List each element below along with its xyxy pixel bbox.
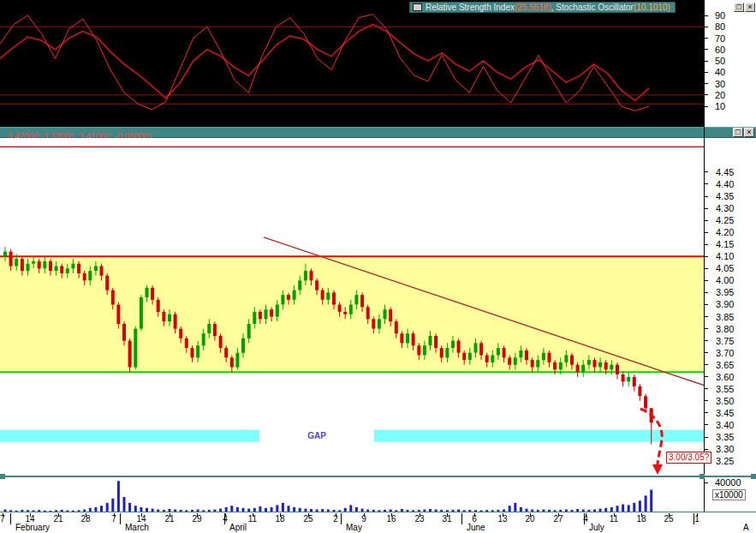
volume-y-axis[interactable]: 40000 x10000 — [704, 477, 756, 512]
x-axis-week-label: 25 — [303, 515, 313, 524]
y-axis-label: 3.85 — [716, 312, 734, 322]
price-title-bar[interactable]: , 3.47000, 3.32000, 3.41000, -0.08000) — [0, 127, 756, 138]
month-tick — [224, 513, 225, 524]
y-axis-label: 4.35 — [716, 191, 734, 201]
y-axis-label: 70 — [715, 33, 725, 44]
y-axis-label: 3.75 — [716, 336, 734, 346]
indicator-title-bar[interactable]: Relative Strength Index (25.5518) , Stoc… — [409, 2, 676, 13]
month-tick — [461, 513, 462, 524]
y-axis-label: 3.90 — [716, 299, 734, 309]
price-y-axis[interactable]: 4.454.404.354.304.254.204.154.104.054.00… — [704, 138, 756, 476]
y-axis-label: 50 — [715, 56, 725, 66]
month-tick — [10, 513, 11, 524]
month-tick — [341, 513, 342, 524]
volume-chart-plot[interactable] — [0, 477, 704, 512]
indicator-window-icon — [413, 3, 422, 11]
indicator-y-axis[interactable]: 908070605040302010 — [704, 0, 756, 127]
y-axis-label: 3.30 — [716, 444, 734, 454]
x-axis-week-label: 21 — [53, 515, 63, 524]
indicator-chart-plot[interactable] — [0, 0, 704, 127]
y-axis-label: 20 — [715, 90, 725, 100]
y-axis-label: 4.05 — [716, 263, 734, 273]
x-axis-month-label: A — [743, 524, 749, 532]
price-target-annotation[interactable]: 3.00/3.05? — [666, 452, 711, 464]
axis-separator — [704, 0, 705, 512]
indicator-name-stochastic: , Stochastic Oscillator — [551, 3, 634, 12]
indicator-value-rsi: (25.5518) — [515, 3, 551, 12]
month-tick — [693, 513, 694, 524]
x-axis-week-label: 20 — [525, 515, 534, 524]
x-axis-week-label: 7 — [111, 515, 116, 524]
chart-application-window: 908070605040302010 Relative Strength Ind… — [0, 0, 756, 533]
y-axis-label: 40 — [715, 67, 725, 77]
price-close-icon[interactable]: × — [744, 128, 754, 137]
x-axis-week-label: 27 — [553, 515, 563, 524]
y-axis-label: 3.65 — [716, 360, 734, 370]
divider-handle[interactable] — [0, 474, 5, 479]
y-axis-label: 4.30 — [716, 203, 734, 213]
volume-axis-label: 40000 — [715, 477, 741, 488]
panel-border — [0, 512, 756, 512]
x-axis-week-label: 13 — [497, 515, 507, 524]
y-axis-label: 3.55 — [716, 384, 734, 394]
y-axis-label: 3.80 — [716, 324, 734, 334]
x-axis-week-label: 23 — [414, 515, 424, 524]
maximize-button[interactable]: □ — [734, 3, 744, 12]
x-axis-month-label: February — [15, 524, 50, 532]
y-axis-label: 3.45 — [716, 408, 734, 418]
x-axis-month-label: April — [229, 524, 247, 532]
gap-annotation[interactable]: GAP — [259, 429, 374, 443]
price-chart-panel: 4.454.404.354.304.254.204.154.104.054.00… — [0, 138, 756, 476]
y-axis-label: 3.95 — [716, 287, 734, 297]
price-chart-plot[interactable] — [0, 138, 704, 476]
y-axis-label: 80 — [715, 21, 725, 32]
y-axis-label: 4.00 — [716, 275, 734, 285]
y-axis-label: 30 — [715, 79, 725, 89]
y-axis-label: 3.60 — [716, 372, 734, 382]
y-axis-label: 4.15 — [716, 239, 734, 249]
y-axis-label: 4.45 — [716, 167, 734, 177]
x-axis-week-label: 9 — [361, 515, 366, 524]
y-axis-label: 3.25 — [716, 456, 734, 466]
indicator-value-stochastic: (10.1010) — [634, 3, 670, 12]
y-axis-label: 10 — [715, 101, 725, 111]
x-axis-month-label: June — [467, 524, 485, 532]
x-axis-week-label: 1 — [694, 515, 699, 524]
y-axis-label: 60 — [715, 45, 725, 55]
x-axis-week-label: 7 — [0, 515, 5, 524]
y-axis-label: 4.20 — [716, 227, 734, 237]
x-axis-week-label: 28 — [80, 515, 90, 524]
close-icon[interactable]: × — [745, 3, 755, 12]
y-axis-label: 3.70 — [716, 348, 734, 358]
date-x-axis[interactable]: 7142128714212941118252916233161320274111… — [0, 513, 756, 533]
x-axis-week-label: 18 — [636, 515, 646, 524]
divider-handle[interactable] — [699, 474, 705, 479]
x-axis-week-label: 11 — [248, 515, 257, 524]
x-axis-week-label: 18 — [275, 515, 284, 524]
x-axis-week-label: 21 — [164, 515, 174, 524]
x-axis-month-label: July — [589, 524, 604, 532]
x-axis-month-label: March — [125, 524, 149, 532]
y-axis-label: 3.50 — [716, 396, 734, 406]
volume-multiplier-label: x10000 — [712, 489, 746, 500]
month-tick — [120, 513, 121, 524]
x-axis-week-label: 31 — [442, 515, 451, 524]
y-axis-label: 3.35 — [716, 432, 734, 442]
x-axis-week-label: 29 — [192, 515, 201, 524]
x-axis-week-label: 25 — [664, 515, 673, 524]
x-axis-week-label: 16 — [386, 515, 396, 524]
y-axis-label: 4.40 — [716, 179, 734, 189]
x-axis-week-label: 11 — [610, 515, 618, 524]
indicator-name-rsi: Relative Strength Index — [426, 3, 515, 12]
divider-handle[interactable] — [751, 474, 756, 479]
x-axis-month-label: May — [346, 524, 362, 532]
month-tick — [584, 513, 585, 524]
x-axis-week-label: 2 — [333, 515, 338, 524]
price-restore-button[interactable]: □ — [733, 128, 743, 137]
y-axis-label: 4.25 — [716, 215, 734, 225]
y-axis-label: 90 — [715, 10, 725, 21]
y-axis-label: 3.40 — [716, 420, 734, 430]
y-axis-label: 4.10 — [716, 251, 734, 261]
